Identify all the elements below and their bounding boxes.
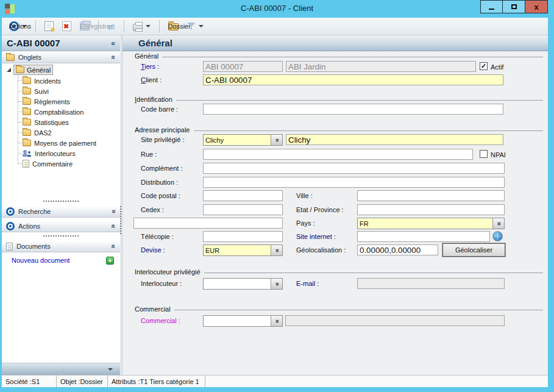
new-button[interactable] <box>42 20 56 32</box>
add-document-icon[interactable]: + <box>106 257 114 265</box>
client-label: Client : <box>141 76 162 84</box>
complement-label: Complément : <box>141 165 182 172</box>
tiers-label[interactable]: Tiers : <box>141 63 159 70</box>
page-header: Général <box>123 35 548 51</box>
main-panel: Général Général Tiers : ✓ Actif Client :… <box>122 35 548 375</box>
interlocuteur-label: Interlocuteur : <box>141 280 182 287</box>
telecopie-field[interactable] <box>203 231 283 242</box>
titlebar: C-ABI 00007 - Client x <box>0 0 554 18</box>
commercial-combo[interactable]: « <box>203 315 283 327</box>
close-button[interactable]: x <box>525 0 548 13</box>
tree-item-das2[interactable]: DAS2 <box>2 127 120 138</box>
folder-icon <box>23 88 31 94</box>
pays-label: Pays : <box>296 219 315 227</box>
email-label[interactable]: E-mail : <box>296 280 319 287</box>
tree-item-general[interactable]: Général <box>2 65 120 75</box>
chevron-down-icon: « <box>495 221 502 225</box>
sidebar-bottom-bar[interactable] <box>2 363 120 375</box>
combo-dropdown-button[interactable]: « <box>271 316 282 326</box>
panel-splitter[interactable] <box>2 199 120 204</box>
folder-icon <box>23 129 31 136</box>
telephone-field[interactable] <box>133 218 283 229</box>
collapse-sidebar-button[interactable]: « <box>111 39 115 48</box>
client-field[interactable] <box>203 74 503 85</box>
print-button[interactable] <box>130 21 153 32</box>
tree-item-reglements[interactable]: Règlements <box>2 96 120 107</box>
tree-expander-icon[interactable] <box>7 68 11 72</box>
actif-checkbox[interactable]: ✓ <box>480 62 488 70</box>
panel-splitter[interactable] <box>2 233 120 238</box>
panel-onglets-header[interactable]: Onglets « <box>2 51 120 63</box>
combo-dropdown-button[interactable]: « <box>271 279 282 289</box>
dossier-button[interactable]: Dossier <box>166 21 181 32</box>
tiers-name-field[interactable] <box>286 61 476 72</box>
cedex-label: Cedex : <box>141 206 164 213</box>
save-button[interactable]: Enregistrer <box>77 21 92 32</box>
complement-field[interactable] <box>203 163 505 174</box>
filter-button[interactable] <box>185 21 206 32</box>
code-postal-field[interactable] <box>203 190 283 201</box>
combo-dropdown-button[interactable]: « <box>271 135 282 145</box>
combo-dropdown-button[interactable]: « <box>271 245 282 255</box>
tree-item-interlocuteurs[interactable]: Interlocuteurs <box>2 148 120 159</box>
actions-menu-button[interactable]: Actions <box>7 20 29 32</box>
site-name-field[interactable] <box>286 134 503 145</box>
printer-icon <box>133 24 143 31</box>
panel-onglets-label: Onglets <box>18 54 108 61</box>
pays-combo[interactable]: FR « <box>357 218 505 229</box>
maximize-button[interactable] <box>503 0 525 13</box>
panel-documents-header[interactable]: Documents « <box>2 240 120 252</box>
geolocaliser-button[interactable]: Géolocaliser <box>442 243 505 257</box>
actions-menu-label: Actions <box>9 23 31 30</box>
new-document-icon <box>44 21 54 31</box>
toolbar-separator <box>124 20 124 32</box>
people-icon <box>23 150 32 157</box>
new-document-link[interactable]: Nouveau document <box>12 257 106 264</box>
section-general: Général <box>135 52 543 61</box>
tree-item-label: Interlocuteurs <box>35 150 76 157</box>
code-barre-field[interactable] <box>203 104 503 115</box>
tree-item-incidents[interactable]: Incidents <box>2 76 120 86</box>
cedex-field[interactable] <box>203 204 283 215</box>
window-title: C-ABI 00007 - Client <box>0 4 554 13</box>
app-window: C-ABI 00007 - Client x Actions Enregistr… <box>0 0 554 392</box>
target-icon <box>6 222 15 230</box>
tree-item-commentaire[interactable]: Commentaire <box>2 159 120 169</box>
email-field[interactable] <box>357 278 505 289</box>
telecopie-label: Télécopie : <box>141 233 174 240</box>
globe-icon[interactable] <box>492 231 503 241</box>
chevron-down-icon: « <box>273 319 280 323</box>
ville-field[interactable] <box>357 190 505 201</box>
tree-item-comptabilisation[interactable]: Comptabilisation <box>2 107 120 117</box>
site-privilegie-combo[interactable]: Clichy « <box>203 134 283 146</box>
tabs-tree: Général Incidents Suivi Règlements Compt… <box>2 65 120 169</box>
geolocalisation-field[interactable] <box>357 244 438 255</box>
tree-item-suivi[interactable]: Suivi <box>2 86 120 96</box>
distribution-field[interactable] <box>203 177 505 188</box>
delete-button[interactable] <box>60 20 74 32</box>
interlocuteur-combo[interactable]: « <box>203 278 283 290</box>
chevron-up-icon: « <box>110 55 118 60</box>
folder-icon <box>23 109 31 115</box>
minimize-button[interactable] <box>480 0 503 13</box>
etat-province-field[interactable] <box>357 204 505 215</box>
section-identification: Identification <box>135 96 543 104</box>
site-internet-field[interactable] <box>357 231 490 242</box>
toolbar: Actions Enregistrer ⇄ Dossier <box>2 18 548 35</box>
panel-actions-header[interactable]: Actions « <box>2 220 120 232</box>
section-adresse: Adresse principale <box>135 126 543 135</box>
toolbar-separator <box>35 20 36 32</box>
devise-combo[interactable]: EUR « <box>203 244 283 256</box>
rue-field[interactable] <box>203 149 473 160</box>
tree-item-statistiques[interactable]: Statistiques <box>2 117 120 127</box>
tree-item-moyens-de-paiement[interactable]: Moyens de paiement <box>2 138 120 148</box>
commercial-name-field[interactable] <box>285 315 505 326</box>
devise-label[interactable]: Devise : <box>141 246 165 254</box>
npai-checkbox[interactable] <box>480 150 488 158</box>
chevron-down-icon <box>146 25 151 27</box>
site-internet-label[interactable]: Site internet : <box>296 233 336 240</box>
tree-item-label: Statistiques <box>34 119 69 126</box>
panel-recherche-header[interactable]: Recherche « <box>2 205 120 218</box>
combo-dropdown-button[interactable]: « <box>492 218 504 229</box>
tiers-code-field[interactable] <box>203 61 283 72</box>
